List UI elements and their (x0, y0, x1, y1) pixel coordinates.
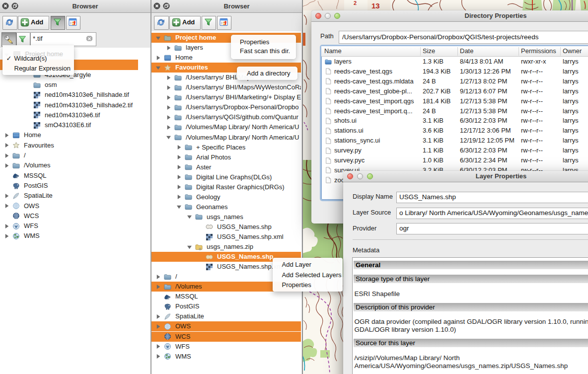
svg-text:2: 2 (354, 0, 357, 6)
svg-text:13: 13 (371, 1, 380, 10)
